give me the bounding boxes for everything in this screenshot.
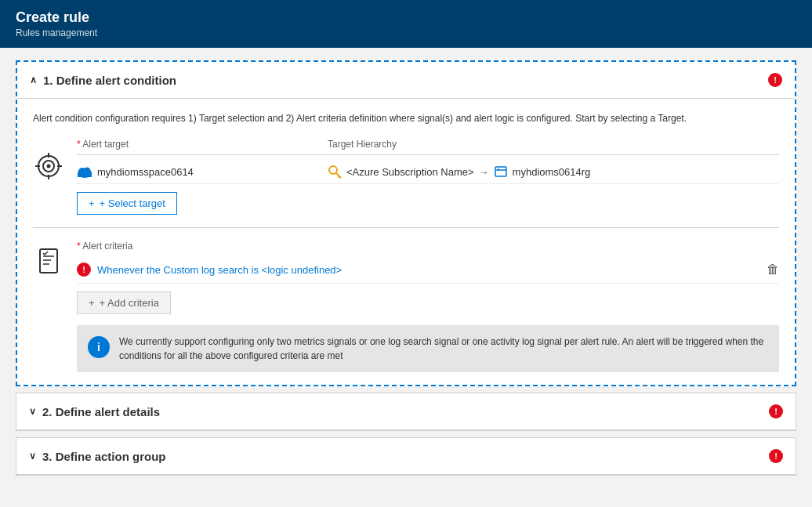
criteria-row: * Alert criteria ! Whenever the Custom l… <box>33 241 779 372</box>
info-box: i We currently support configuring only … <box>77 325 779 372</box>
target-hierarchy-header: Target Hierarchy <box>328 138 779 150</box>
criteria-link[interactable]: Whenever the Custom log search is <logic… <box>97 264 342 276</box>
select-target-label: + Select target <box>100 197 165 209</box>
section2-header[interactable]: ∨ 2. Define alert details ! <box>16 393 796 430</box>
section-define-alert-details: ∨ 2. Define alert details ! <box>16 393 796 431</box>
info-icon: i <box>88 336 110 358</box>
add-criteria-plus-icon: + <box>89 297 95 309</box>
alert-target-row: Alert target Target Hierarchy <box>33 138 779 215</box>
target-icon-container <box>33 150 64 182</box>
select-target-plus-icon: + <box>89 197 95 209</box>
alert-target-header: Alert target <box>77 138 328 150</box>
section1-body: Alert condition configuration requires 1… <box>17 99 795 385</box>
section1-title-group: ∧ 1. Define alert condition <box>30 74 176 87</box>
fields-header: Alert target Target Hierarchy <box>77 138 779 155</box>
section1-label: 1. Define alert condition <box>43 74 176 87</box>
delete-criteria-icon[interactable]: 🗑 <box>767 263 779 277</box>
section1-error-badge: ! <box>768 73 782 87</box>
hierarchy-resource-group-text: myhdioms0614rg <box>513 166 591 178</box>
section2-title-group: ∨ 2. Define alert details <box>29 405 160 418</box>
section1-description: Alert condition configuration requires 1… <box>33 111 779 125</box>
section1-header[interactable]: ∧ 1. Define alert condition ! <box>17 62 795 99</box>
criteria-icon-container <box>33 245 64 277</box>
criteria-error-badge: ! <box>77 263 91 277</box>
divider <box>33 227 779 228</box>
svg-rect-17 <box>498 168 499 170</box>
hierarchy-arrow: → <box>479 166 489 178</box>
section-define-alert-condition: ∧ 1. Define alert condition ! Alert cond… <box>16 60 796 386</box>
resource-group-icon <box>494 165 508 179</box>
page-title: Create rule <box>16 9 796 26</box>
section3-header[interactable]: ∨ 3. Define action group ! <box>16 438 796 475</box>
add-criteria-button[interactable]: + + Add criteria <box>77 292 171 314</box>
svg-point-2 <box>47 165 51 168</box>
section3-title-group: ∨ 3. Define action group <box>29 450 166 463</box>
alert-target-label: Alert target <box>77 139 129 150</box>
hierarchy-cell: <Azure Subscription Name> → myhdioms0614… <box>328 165 779 179</box>
section-define-action-group: ∨ 3. Define action group ! <box>16 437 796 476</box>
criteria-item: ! Whenever the Custom log search is <log… <box>77 256 779 284</box>
add-criteria-label: + Add criteria <box>100 297 159 309</box>
target-crosshair-icon <box>34 151 63 181</box>
criteria-item-left: ! Whenever the Custom log search is <log… <box>77 263 342 277</box>
target-hierarchy-label: Target Hierarchy <box>328 139 397 150</box>
section3-error-badge: ! <box>769 449 783 463</box>
select-target-button[interactable]: + + Select target <box>77 192 177 215</box>
section2-error-badge: ! <box>769 404 783 418</box>
svg-rect-15 <box>495 167 506 176</box>
section2-label: 2. Define alert details <box>42 405 160 418</box>
section3-label: 3. Define action group <box>42 450 166 463</box>
criteria-checklist-icon <box>34 246 63 276</box>
target-name-cell: myhdiomsspace0614 <box>77 165 328 178</box>
target-name-text: myhdiomsspace0614 <box>97 166 194 178</box>
chevron-down-icon-2: ∨ <box>29 406 36 417</box>
hierarchy-subscription-text: <Azure Subscription Name> <box>346 166 474 178</box>
page-subtitle: Rules management <box>16 27 796 38</box>
target-fields: Alert target Target Hierarchy <box>77 138 779 215</box>
main-content: ∧ 1. Define alert condition ! Alert cond… <box>0 48 812 507</box>
subscription-key-icon <box>328 165 342 179</box>
target-value-row: myhdiomsspace0614 <Azure Subscription Na… <box>77 160 779 184</box>
criteria-fields: * Alert criteria ! Whenever the Custom l… <box>77 241 779 372</box>
chevron-up-icon: ∧ <box>30 74 37 85</box>
info-text: We currently support configuring only tw… <box>119 335 768 363</box>
cloud-icon <box>77 165 92 178</box>
page-header: Create rule Rules management <box>0 0 812 48</box>
svg-point-11 <box>329 166 337 174</box>
svg-rect-18 <box>40 249 57 273</box>
chevron-down-icon-3: ∨ <box>29 451 36 462</box>
criteria-label-text: * Alert criteria <box>77 241 779 252</box>
